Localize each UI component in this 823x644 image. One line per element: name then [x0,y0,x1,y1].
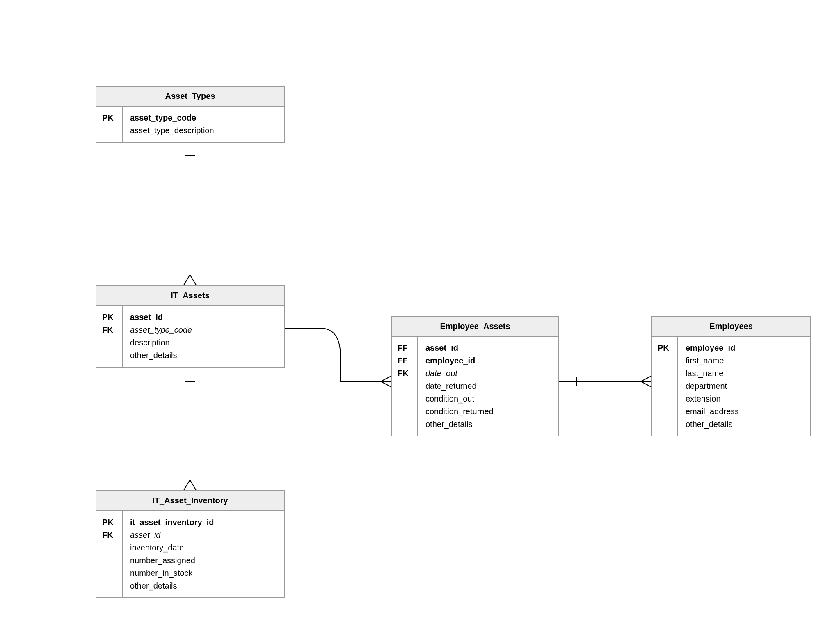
entity-employees: Employees PK employee_id first_name last… [651,316,811,436]
entity-title: IT_Assets [96,286,284,306]
entity-title: Employees [652,317,810,337]
svg-line-13 [641,376,651,381]
attr-column: asset_id asset_type_code description oth… [123,306,284,367]
attr-column: asset_type_code asset_type_description [123,107,284,142]
key-column: PK [96,107,123,142]
entity-it-assets: IT_Assets PK FK asset_id asset_type_code… [96,285,285,368]
svg-line-9 [381,376,391,381]
svg-line-3 [190,275,196,285]
entity-title: IT_Asset_Inventory [96,491,284,511]
entity-it-asset-inventory: IT_Asset_Inventory PK FK it_asset_invent… [96,490,285,598]
entity-employee-assets: Employee_Assets FF FF FK asset_id employ… [391,316,559,436]
attr-column: employee_id first_name last_name departm… [678,337,810,436]
attr-column: asset_id employee_id date_out date_retur… [418,337,558,436]
rel-employees-employee-assets [559,376,651,387]
key-column: PK FK [96,306,123,367]
key-column: PK [652,337,678,436]
key-column: FF FF FK [392,337,418,436]
rel-it-assets-inventory [184,367,196,490]
attr-column: it_asset_inventory_id asset_id inventory… [123,511,284,597]
rel-it-assets-employee-assets [285,323,391,387]
entity-asset-types: Asset_Types PK asset_type_code asset_typ… [96,86,285,143]
key-column: PK FK [96,511,123,597]
entity-title: Employee_Assets [392,317,558,337]
svg-line-14 [641,381,651,387]
svg-line-10 [381,381,391,387]
svg-line-7 [190,480,196,490]
entity-title: Asset_Types [96,87,284,107]
rel-asset-types-it-assets [184,144,196,285]
svg-line-6 [184,480,190,490]
svg-line-2 [184,275,190,285]
